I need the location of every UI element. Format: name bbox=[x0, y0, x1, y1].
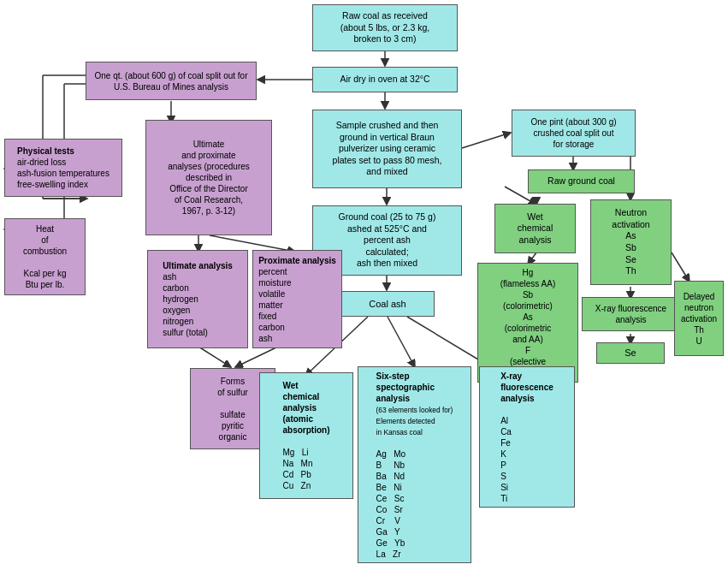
sample-crushed-box: Sample crushed and thenground in vertica… bbox=[312, 110, 462, 188]
physical-tests-box: Physical testsair-dried lossash-fusion t… bbox=[4, 139, 122, 197]
ultimate-proximate-box: Ultimateand proximateanalyses (procedure… bbox=[145, 120, 272, 235]
xray-fluor-lower-box: X-rayfluorescenceanalysisAlCaFeKPSSiTi bbox=[479, 366, 575, 508]
six-step-box: Six-stepspectographicanalysis(63 element… bbox=[358, 366, 471, 563]
neutron-activation-label: NeutronactivationAsSbSeTh bbox=[612, 207, 649, 277]
proximate-analysis-box: Proximate analysispercentmoisturevolatil… bbox=[252, 250, 342, 348]
ultimate-proximate-label: Ultimateand proximateanalyses (procedure… bbox=[168, 139, 250, 217]
proximate-analysis-label: Proximate analysispercentmoisturevolatil… bbox=[258, 255, 336, 344]
wet-chem-lower-label: Wetchemicalanalysis(atomicabsorption)Mg … bbox=[283, 380, 330, 491]
one-pint-box: One pint (about 300 g)crushed coal split… bbox=[512, 110, 636, 157]
one-pint-label: One pint (about 300 g)crushed coal split… bbox=[530, 116, 616, 150]
wet-chem-upper-box: Wetchemicalanalysis bbox=[494, 204, 576, 253]
air-dry-box: Air dry in oven at 32°C bbox=[312, 67, 458, 92]
svg-line-4 bbox=[462, 133, 511, 148]
svg-line-30 bbox=[388, 317, 415, 367]
one-qt-label: One qt. (about 600 g) of coal split out … bbox=[95, 70, 248, 92]
sample-crushed-label: Sample crushed and thenground in vertica… bbox=[333, 120, 442, 178]
raw-ground-coal-box: Raw ground coal bbox=[528, 169, 635, 193]
coal-ash-box: Coal ash bbox=[340, 291, 435, 317]
se-box: Se bbox=[596, 342, 665, 364]
delayed-neutron-box: DelayedneutronactivationThU bbox=[674, 281, 724, 356]
coal-ash-label: Coal ash bbox=[369, 298, 405, 310]
xray-fluor-lower-label: X-rayfluorescenceanalysisAlCaFeKPSSiTi bbox=[500, 371, 553, 504]
hg-sb-as-f-box: Hg(flameless AA)Sb(colorimetric)As(color… bbox=[477, 263, 578, 383]
svg-line-27 bbox=[672, 252, 690, 282]
delayed-neutron-label: DelayedneutronactivationThU bbox=[681, 291, 717, 347]
air-dry-label: Air dry in oven at 32°C bbox=[340, 74, 429, 86]
flowchart-diagram: Raw coal as received(about 5 lbs, or 2.3… bbox=[0, 0, 728, 588]
forms-sulfur-label: Formsof sulfursulfatepyriticorganic bbox=[217, 376, 248, 442]
xray-fluor-upper-label: X-ray fluorescenceanalysis bbox=[595, 303, 666, 325]
one-qt-box: One qt. (about 600 g) of coal split out … bbox=[86, 62, 257, 100]
wet-chem-upper-label: Wetchemicalanalysis bbox=[518, 211, 553, 246]
ground-coal-ashed-label: Ground coal (25 to 75 g)ashed at 525°C a… bbox=[339, 211, 436, 270]
raw-coal-received-label: Raw coal as received(about 5 lbs, or 2.3… bbox=[340, 10, 429, 45]
ultimate-analysis-label: Ultimate analysisashcarbonhydrogenoxygen… bbox=[163, 260, 233, 338]
raw-coal-received-box: Raw coal as received(about 5 lbs, or 2.3… bbox=[312, 4, 458, 51]
se-label: Se bbox=[624, 347, 636, 359]
six-step-label: Six-stepspectographicanalysis(63 element… bbox=[376, 371, 453, 560]
xray-fluor-upper-box: X-ray fluorescenceanalysis bbox=[582, 297, 680, 331]
raw-ground-coal-label: Raw ground coal bbox=[547, 175, 615, 187]
hg-sb-as-f-label: Hg(flameless AA)Sb(colorimetric)As(color… bbox=[500, 267, 555, 378]
heat-combustion-box: HeatofcombustionKcal per kgBtu per lb. bbox=[4, 218, 86, 295]
heat-combustion-label: HeatofcombustionKcal per kgBtu per lb. bbox=[23, 223, 67, 290]
neutron-activation-box: NeutronactivationAsSbSeTh bbox=[590, 199, 672, 285]
wet-chem-lower-box: Wetchemicalanalysis(atomicabsorption)Mg … bbox=[259, 372, 353, 499]
svg-line-32 bbox=[198, 347, 231, 367]
physical-tests-label: Physical testsair-dried lossash-fusion t… bbox=[17, 146, 109, 190]
ultimate-analysis-box: Ultimate analysisashcarbonhydrogenoxygen… bbox=[147, 250, 248, 348]
